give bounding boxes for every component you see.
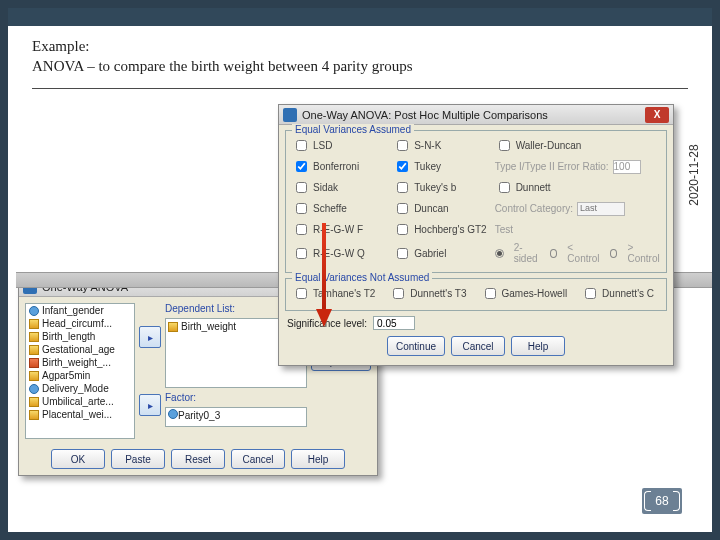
error-ratio-control: Type I/Type II Error Ratio: 100 [495,160,660,174]
title-line1: Example: [32,36,688,56]
list-item: Parity0_3 [168,409,304,421]
variable-list[interactable]: Infant_gender Head_circumf... Birth_leng… [25,303,135,439]
page-number: 68 [655,494,668,508]
posthoc-dialog: One-Way ANOVA: Post Hoc Multiple Compari… [278,104,674,366]
regw-q-checkbox[interactable]: R-E-G-W Q [292,245,385,262]
games-howell-checkbox[interactable]: Games-Howell [481,285,568,302]
control-category-control: Control Category: Last [495,202,660,216]
unequal-variances-legend: Equal Variances Not Assumed [292,272,432,283]
app-icon [283,108,297,122]
posthoc-titlebar[interactable]: One-Way ANOVA: Post Hoc Multiple Compari… [279,105,673,125]
test-group-label: Test [495,224,660,235]
equal-variances-group: Equal Variances Assumed LSD S-N-K Waller… [285,130,667,273]
list-item: Placental_wei... [26,408,134,421]
regw-f-checkbox[interactable]: R-E-G-W F [292,221,385,238]
duncan-checkbox[interactable]: Duncan [393,200,487,217]
hochberg-checkbox[interactable]: Hochberg's GT2 [393,221,487,238]
significance-level-row: Significance level: [287,316,665,330]
list-item: Infant_gender [26,304,134,317]
page-number-badge: 68 [642,488,682,514]
list-item: Umbilical_arte... [26,395,134,408]
list-item: Delivery_Mode [26,382,134,395]
cancel-button[interactable]: Cancel [451,336,505,356]
unequal-variances-group: Equal Variances Not Assumed Tamhane's T2… [285,278,667,311]
anova-button-row: OK Paste Reset Cancel Help [19,445,377,475]
error-ratio-label: Type I/Type II Error Ratio: [495,161,609,172]
factor-box[interactable]: Parity0_3 [165,407,307,427]
paste-button[interactable]: Paste [111,449,165,469]
list-item: Agpar5min [26,369,134,382]
scheffe-checkbox[interactable]: Scheffe [292,200,385,217]
snk-checkbox[interactable]: S-N-K [393,137,487,154]
gt-control-radio[interactable] [610,249,618,258]
tamhane-checkbox[interactable]: Tamhane's T2 [292,285,375,302]
header-accent-bar [8,8,712,26]
help-button[interactable]: Help [511,336,565,356]
header-rule [32,88,688,89]
equal-variances-legend: Equal Variances Assumed [292,124,414,135]
sidak-checkbox[interactable]: Sidak [292,179,385,196]
list-item: Head_circumf... [26,317,134,330]
title-line2: ANOVA – to compare the birth weight betw… [32,56,688,76]
posthoc-button-row: Continue Cancel Help [279,330,673,364]
dunnett-checkbox[interactable]: Dunnett [495,179,660,196]
gabriel-checkbox[interactable]: Gabriel [393,245,487,262]
control-category-select[interactable]: Last [577,202,625,216]
move-to-factor-button[interactable]: ▸ [139,394,161,416]
waller-duncan-checkbox[interactable]: Waller-Duncan [495,137,660,154]
tukeys-b-checkbox[interactable]: Tukey's b [393,179,487,196]
anova-cancel-button[interactable]: Cancel [231,449,285,469]
reset-button[interactable]: Reset [171,449,225,469]
list-item: Birth_length [26,330,134,343]
dunnett-t3-checkbox[interactable]: Dunnett's T3 [389,285,466,302]
continue-button[interactable]: Continue [387,336,445,356]
tukey-checkbox[interactable]: Tukey [393,158,487,175]
list-item: Gestational_age [26,343,134,356]
significance-level-input[interactable] [373,316,415,330]
ok-button[interactable]: OK [51,449,105,469]
significance-level-label: Significance level: [287,318,367,329]
test-radio-group[interactable]: 2-sided < Control > Control [495,242,660,264]
two-sided-radio[interactable] [495,249,504,258]
factor-label: Factor: [165,392,307,403]
move-to-dependent-button[interactable]: ▸ [139,326,161,348]
slide-date: 2020-11-28 [687,135,701,215]
anova-help-button[interactable]: Help [291,449,345,469]
lt-control-radio[interactable] [550,249,558,258]
slide-canvas: Example: ANOVA – to compare the birth we… [8,8,712,532]
close-icon[interactable]: X [645,107,669,123]
control-category-label: Control Category: [495,203,573,214]
dunnett-c-checkbox[interactable]: Dunnett's C [581,285,654,302]
slide-title: Example: ANOVA – to compare the birth we… [32,36,688,77]
bonferroni-checkbox[interactable]: Bonferroni [292,158,385,175]
list-item: Birth_weight_... [26,356,134,369]
posthoc-title: One-Way ANOVA: Post Hoc Multiple Compari… [302,109,548,121]
error-ratio-input[interactable]: 100 [613,160,641,174]
lsd-checkbox[interactable]: LSD [292,137,385,154]
